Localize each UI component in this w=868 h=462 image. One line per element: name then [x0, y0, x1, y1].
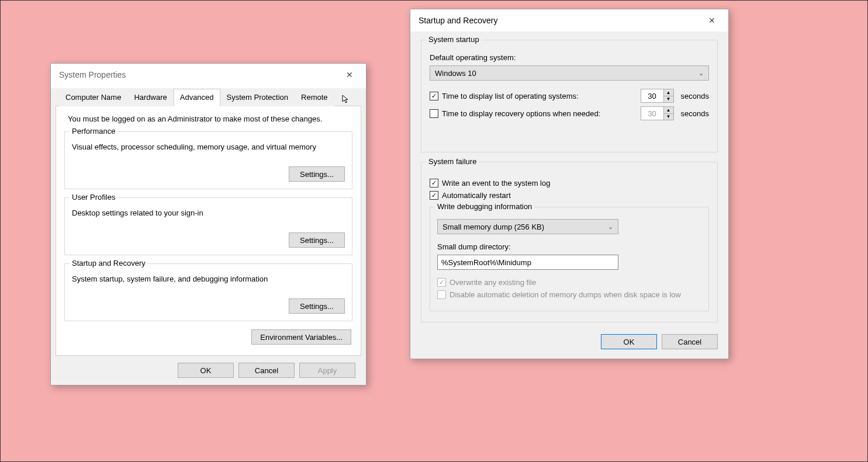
system-properties-dialog: System Properties ✕ Computer Name Hardwa… — [50, 63, 366, 385]
cancel-button[interactable]: Cancel — [238, 363, 295, 378]
time-recovery-spinner: ▲▼ — [641, 106, 674, 120]
time-recovery-label: Time to display recovery options when ne… — [442, 109, 634, 118]
user-profiles-legend: User Profiles — [70, 193, 117, 202]
system-startup-legend: System startup — [426, 35, 482, 44]
spinner-up-icon: ▲ — [664, 107, 673, 114]
tab-system-protection[interactable]: System Protection — [220, 89, 295, 106]
auto-restart-checkbox[interactable] — [430, 191, 438, 200]
cursor-icon — [342, 95, 351, 104]
write-event-label: Write an event to the system log — [442, 179, 550, 187]
time-recovery-value — [641, 107, 663, 120]
apply-button[interactable]: Apply — [299, 363, 355, 378]
time-list-checkbox[interactable] — [430, 92, 438, 100]
startup-recovery-desc: System startup, system failure, and debu… — [72, 275, 345, 283]
spinner-down-icon[interactable]: ▼ — [664, 96, 673, 103]
dump-type-combo[interactable]: Small memory dump (256 KB) ⌄ — [437, 219, 618, 234]
performance-desc: Visual effects, processor scheduling, me… — [72, 143, 345, 151]
chevron-down-icon: ⌄ — [608, 223, 613, 231]
titlebar: Startup and Recovery ✕ — [410, 9, 728, 32]
cancel-button[interactable]: Cancel — [662, 334, 718, 349]
tab-strip: Computer Name Hardware Advanced System P… — [56, 88, 361, 106]
window-title: Startup and Recovery — [419, 16, 497, 25]
system-failure-group: System failure Write an event to the sys… — [421, 162, 718, 322]
dump-dir-label: Small dump directory: — [437, 242, 701, 251]
tab-remote[interactable]: Remote — [295, 89, 334, 106]
dump-type-value: Small memory dump (256 KB) — [442, 223, 544, 231]
admin-warning-text: You must be logged on as an Administrato… — [68, 114, 352, 123]
tab-advanced[interactable]: Advanced — [174, 89, 220, 106]
titlebar: System Properties ✕ — [51, 64, 366, 86]
default-os-combo[interactable]: Windows 10 ⌄ — [430, 65, 709, 81]
spinner-up-icon[interactable]: ▲ — [664, 89, 673, 96]
close-icon[interactable]: ✕ — [700, 12, 724, 29]
user-profiles-settings-button[interactable]: Settings... — [289, 232, 345, 248]
write-debug-info-legend: Write debugging information — [435, 202, 534, 211]
performance-settings-button[interactable]: Settings... — [289, 166, 345, 182]
startup-recovery-dialog: Startup and Recovery ✕ System startup De… — [410, 9, 729, 359]
startup-recovery-legend: Startup and Recovery — [70, 259, 148, 268]
close-icon[interactable]: ✕ — [338, 67, 361, 83]
seconds-label: seconds — [681, 109, 709, 118]
system-startup-group: System startup Default operating system:… — [421, 40, 718, 152]
ok-button[interactable]: OK — [178, 363, 234, 378]
chevron-down-icon: ⌄ — [698, 70, 704, 77]
ok-button[interactable]: OK — [601, 334, 657, 349]
window-title: System Properties — [59, 70, 126, 79]
overwrite-label: Overwrite any existing file — [449, 278, 536, 287]
environment-variables-button[interactable]: Environment Variables... — [251, 329, 351, 345]
time-recovery-checkbox[interactable] — [430, 109, 438, 118]
startup-recovery-group: Startup and Recovery System startup, sys… — [64, 263, 352, 321]
seconds-label: seconds — [681, 92, 709, 100]
auto-restart-label: Automatically restart — [442, 191, 511, 200]
time-list-label: Time to display list of operating system… — [442, 92, 634, 100]
tab-computer-name[interactable]: Computer Name — [59, 89, 127, 106]
disable-auto-delete-checkbox — [437, 290, 446, 299]
user-profiles-group: User Profiles Desktop settings related t… — [64, 197, 352, 255]
time-list-spinner[interactable]: ▲▼ — [641, 89, 674, 103]
user-profiles-desc: Desktop settings related to your sign-in — [72, 209, 345, 217]
performance-legend: Performance — [70, 127, 117, 136]
advanced-tab-panel: You must be logged on as an Administrato… — [56, 106, 361, 356]
disable-auto-delete-label: Disable automatic deletion of memory dum… — [449, 290, 681, 299]
tab-hardware[interactable]: Hardware — [127, 89, 173, 106]
spinner-down-icon: ▼ — [664, 114, 673, 120]
default-os-label: Default operating system: — [430, 53, 709, 62]
startup-recovery-settings-button[interactable]: Settings... — [289, 298, 345, 314]
time-list-value[interactable] — [641, 89, 663, 102]
performance-group: Performance Visual effects, processor sc… — [64, 131, 352, 189]
dump-dir-textbox[interactable] — [437, 255, 618, 270]
overwrite-checkbox — [437, 278, 446, 287]
write-debug-info-group: Write debugging information Small memory… — [430, 207, 709, 311]
write-event-checkbox[interactable] — [430, 179, 438, 187]
default-os-value: Windows 10 — [435, 69, 476, 78]
system-failure-legend: System failure — [426, 157, 479, 166]
